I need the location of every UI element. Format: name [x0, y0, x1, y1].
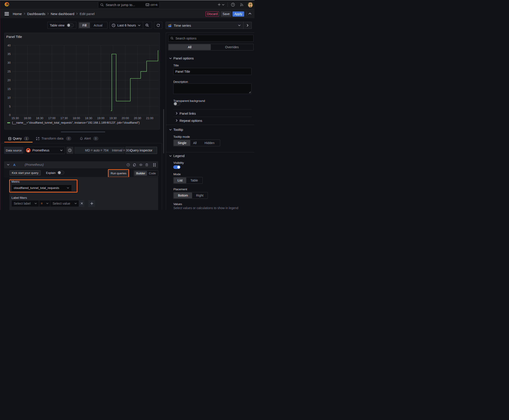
- svg-text:5: 5: [9, 105, 11, 108]
- svg-text:18:00: 18:00: [73, 116, 80, 120]
- svg-text:17:00: 17:00: [48, 116, 56, 120]
- svg-text:30: 30: [8, 61, 11, 64]
- svg-text:0: 0: [9, 113, 11, 117]
- svg-text:16:30: 16:30: [36, 116, 43, 120]
- svg-text:19:30: 19:30: [109, 116, 117, 120]
- svg-text:18:30: 18:30: [85, 116, 92, 120]
- svg-text:20:00: 20:00: [122, 116, 129, 120]
- svg-text:20:30: 20:30: [134, 116, 141, 120]
- svg-text:15:30: 15:30: [11, 116, 19, 120]
- svg-text:20: 20: [8, 79, 11, 82]
- svg-text:21:00: 21:00: [146, 116, 153, 120]
- svg-text:19:00: 19:00: [97, 116, 105, 120]
- svg-text:{__name__="cloudflared_tunnel_: {__name__="cloudflared_tunnel_total_requ…: [12, 121, 140, 124]
- svg-text:17:30: 17:30: [60, 116, 68, 120]
- svg-text:40: 40: [8, 44, 11, 47]
- svg-text:25: 25: [8, 70, 11, 73]
- svg-text:16:00: 16:00: [24, 116, 31, 120]
- svg-text:10: 10: [8, 96, 11, 99]
- svg-text:35: 35: [8, 52, 11, 56]
- svg-text:15: 15: [8, 87, 11, 91]
